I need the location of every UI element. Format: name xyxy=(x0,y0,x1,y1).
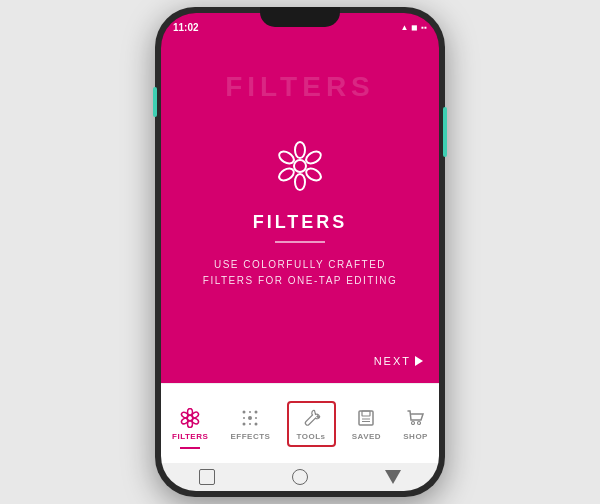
svg-point-4 xyxy=(295,174,305,190)
svg-point-1 xyxy=(295,142,305,158)
filter-logo xyxy=(270,136,330,200)
nav-item-filters[interactable]: FILTERS xyxy=(166,403,214,445)
filters-nav-label: FILTERS xyxy=(172,432,208,441)
saved-nav-label: SAVED xyxy=(352,432,381,441)
title-underline xyxy=(275,241,325,243)
filters-icon xyxy=(179,407,201,429)
phone-frame: 11:02 ▲ ◼ ▪▪ FILTERS xyxy=(155,7,445,497)
svg-point-6 xyxy=(277,149,296,166)
effects-nav-label: EFFECTS xyxy=(230,432,270,441)
svg-rect-23 xyxy=(359,411,373,425)
next-arrow-icon xyxy=(415,356,423,366)
svg-point-17 xyxy=(243,422,246,425)
status-time: 11:02 xyxy=(173,22,199,33)
next-button[interactable]: NEXT xyxy=(374,355,423,367)
battery-icon: ▪▪ xyxy=(421,23,427,32)
svg-point-5 xyxy=(277,166,296,183)
svg-point-28 xyxy=(417,421,420,424)
svg-point-22 xyxy=(255,417,257,419)
bottom-nav: FILTERS EFFEC xyxy=(161,383,439,463)
nav-item-saved[interactable]: SAVED xyxy=(346,403,387,445)
svg-point-3 xyxy=(304,166,323,183)
tools-icon xyxy=(300,407,322,429)
svg-point-15 xyxy=(243,410,246,413)
effects-icon xyxy=(239,407,261,429)
next-label: NEXT xyxy=(374,355,411,367)
shop-nav-label: SHOP xyxy=(403,432,428,441)
svg-point-16 xyxy=(255,410,258,413)
shop-icon xyxy=(405,407,427,429)
nav-item-tools[interactable]: TOOLs xyxy=(287,401,336,447)
tools-nav-label: TOOLs xyxy=(297,432,326,441)
main-screen: FILTERS xyxy=(161,41,439,383)
home-bar xyxy=(161,463,439,491)
svg-point-27 xyxy=(411,421,414,424)
svg-point-21 xyxy=(243,417,245,419)
svg-point-0 xyxy=(294,160,306,172)
svg-point-20 xyxy=(249,423,251,425)
back-button[interactable] xyxy=(199,469,215,485)
wifi-icon: ◼ xyxy=(411,23,418,32)
nav-item-shop[interactable]: SHOP xyxy=(397,403,434,445)
screen-subtitle: USE COLORFULLY CRAFTED FILTERS FOR ONE-T… xyxy=(203,257,397,289)
svg-point-14 xyxy=(248,416,252,420)
filter-logo-svg xyxy=(270,136,330,196)
svg-point-18 xyxy=(255,422,258,425)
saved-icon xyxy=(355,407,377,429)
home-button[interactable] xyxy=(292,469,308,485)
recents-button[interactable] xyxy=(385,470,401,484)
nav-item-effects[interactable]: EFFECTS xyxy=(224,403,276,445)
status-icons: ▲ ◼ ▪▪ xyxy=(400,23,427,32)
signal-icon: ▲ xyxy=(400,23,408,32)
svg-point-19 xyxy=(249,411,251,413)
screen-title: FILTERS xyxy=(253,212,348,233)
background-text: FILTERS xyxy=(225,71,375,103)
phone-screen: 11:02 ▲ ◼ ▪▪ FILTERS xyxy=(161,13,439,491)
svg-point-2 xyxy=(304,149,323,166)
notch xyxy=(260,7,340,27)
